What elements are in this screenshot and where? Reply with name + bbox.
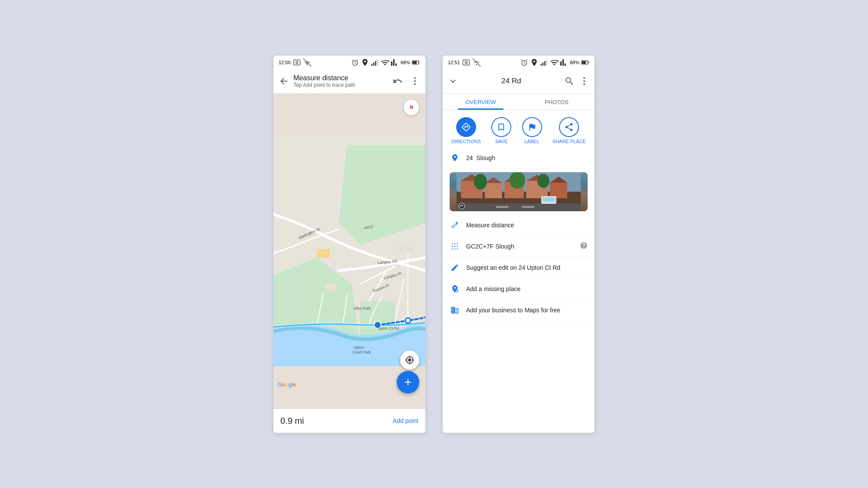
plus-code-text: GC2C+7F Slough: [466, 243, 514, 250]
help-icon: [580, 242, 588, 249]
left-phone: 12:50 68% Measure distance Tap Add point…: [273, 56, 425, 433]
tab-overview-label: OVERVIEW: [466, 99, 496, 105]
ruler-icon-container: [450, 220, 460, 230]
chevron-down-icon[interactable]: [448, 76, 458, 86]
svg-rect-66: [522, 206, 535, 208]
alarm-icon: [351, 58, 359, 67]
help-icon-container[interactable]: [580, 242, 588, 251]
back-arrow-icon[interactable]: [279, 76, 289, 86]
wifi-icon: [381, 58, 389, 67]
share-icon: [564, 122, 574, 132]
svg-rect-41: [544, 61, 546, 66]
add-business-text: Add your business to Maps for free: [466, 307, 560, 314]
undo-icon[interactable]: [392, 76, 403, 86]
svg-point-71: [454, 243, 456, 244]
more-vert-icon-right[interactable]: [579, 76, 589, 86]
svg-point-76: [452, 248, 453, 249]
map-area[interactable]: A412 Langley Rd Langley Pl Sussex Pl ell…: [273, 94, 425, 409]
svg-rect-59: [550, 183, 567, 198]
svg-point-11: [414, 77, 416, 79]
location-button[interactable]: [400, 350, 419, 370]
svg-rect-22: [406, 245, 414, 251]
svg-rect-0: [293, 60, 300, 65]
share-icon-circle: [559, 117, 579, 137]
plus-icon: [403, 377, 413, 387]
measure-distance-title: Measure distance: [293, 74, 388, 82]
top-bar-right-icons: [392, 76, 420, 86]
svg-point-63: [537, 174, 549, 188]
search-icon[interactable]: [564, 76, 575, 86]
suggest-edit-row[interactable]: Suggest an edit on 24 Upton Ct Rd: [443, 257, 595, 278]
plus-code-icon: [450, 242, 459, 251]
share-place-button[interactable]: SHARE PLACE: [552, 117, 586, 144]
svg-point-73: [452, 246, 453, 247]
status-bar-right: 12:51 68%: [443, 56, 595, 69]
save-icon-circle: [491, 117, 511, 137]
svg-point-70: [452, 243, 453, 244]
svg-point-13: [414, 83, 416, 85]
top-bar-right: 24 Rd: [443, 69, 595, 94]
edit-icon: [450, 263, 459, 272]
svg-rect-23: [326, 284, 336, 291]
flag-icon: [527, 122, 537, 132]
svg-rect-35: [463, 60, 469, 65]
business-icon-container: [450, 305, 460, 315]
label-button[interactable]: LABEL: [522, 117, 542, 144]
ruler-icon: [450, 221, 459, 229]
top-bar-left: Measure distance Tap Add point to trace …: [273, 69, 425, 94]
svg-point-69: [459, 203, 465, 209]
location-row-icon: [450, 153, 460, 163]
google-e: e: [293, 381, 296, 388]
business-icon: [450, 306, 459, 314]
add-point-fab[interactable]: [397, 371, 419, 393]
svg-rect-42: [546, 59, 547, 66]
time-left: 12:50: [279, 60, 291, 65]
top-bar-title-area: Measure distance Tap Add point to trace …: [293, 74, 388, 88]
battery-icon-right: [581, 58, 589, 67]
svg-point-2: [306, 64, 308, 65]
measure-distance-text: Measure distance: [466, 222, 514, 229]
label-label: LABEL: [524, 139, 539, 144]
svg-rect-40: [542, 62, 544, 66]
svg-point-12: [414, 80, 416, 82]
svg-rect-9: [419, 62, 420, 63]
battery-right: 68%: [570, 60, 579, 65]
compass-label: N: [410, 105, 413, 110]
camera-icon: [293, 58, 301, 67]
plus-code-row: GC2C+7F Slough: [443, 236, 595, 257]
signal-icon-right: [540, 58, 549, 67]
svg-point-48: [583, 83, 585, 85]
label-icon-circle: [522, 117, 542, 137]
street-view-image[interactable]: [450, 172, 588, 211]
svg-point-46: [583, 77, 585, 79]
svg-point-36: [465, 61, 467, 63]
bottom-bar-left: 0.9 mi Add point: [273, 409, 425, 433]
svg-rect-4: [372, 64, 373, 66]
tab-photos[interactable]: PHOTOS: [519, 94, 595, 110]
svg-rect-44: [588, 62, 589, 63]
battery-icon-left: [411, 58, 420, 67]
svg-rect-7: [377, 59, 378, 66]
save-label: SAVE: [495, 139, 508, 144]
add-missing-place-row[interactable]: Add a missing place: [443, 278, 595, 300]
add-business-row[interactable]: Add your business to Maps for free: [443, 300, 595, 321]
directions-label: DIRECTIONS: [451, 139, 481, 144]
add-place-icon-container: [450, 284, 460, 294]
more-vert-icon-left[interactable]: [410, 76, 420, 86]
save-button[interactable]: SAVE: [491, 117, 511, 144]
svg-point-19: [405, 318, 411, 323]
tab-overview[interactable]: OVERVIEW: [443, 94, 519, 110]
compass: N: [404, 100, 419, 115]
svg-rect-39: [541, 64, 542, 66]
directions-button[interactable]: DIRECTIONS: [451, 117, 481, 144]
tab-photos-label: PHOTOS: [545, 99, 569, 105]
svg-rect-45: [582, 61, 586, 64]
svg-rect-64: [457, 203, 581, 211]
google-logo: Google: [278, 381, 296, 388]
add-point-button[interactable]: Add point: [393, 417, 418, 424]
crosshair-icon: [405, 355, 414, 365]
measure-distance-row: Measure distance: [443, 215, 595, 236]
svg-point-47: [583, 80, 585, 82]
add-missing-place-text: Add a missing place: [466, 285, 520, 292]
svg-rect-65: [496, 206, 509, 208]
